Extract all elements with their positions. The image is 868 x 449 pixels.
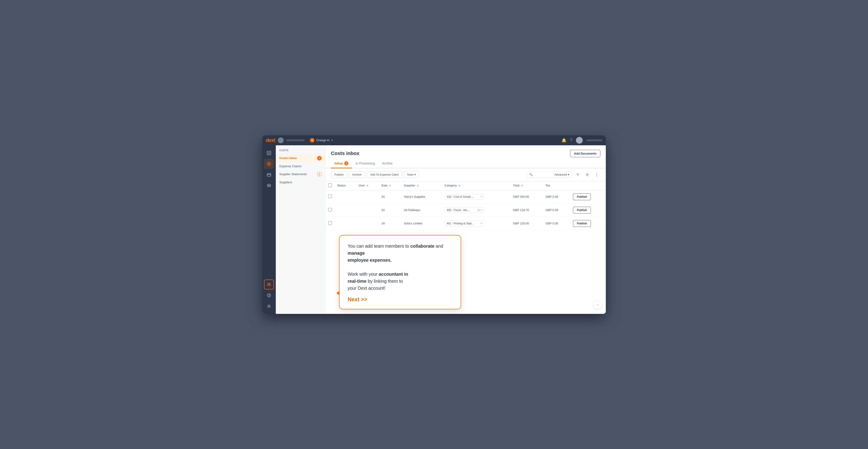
page-title: Costs inbox (331, 151, 360, 156)
sidebar-item-costs-inbox[interactable]: Costs inbox 3 (276, 154, 325, 162)
date-header[interactable]: Date ⇅ (379, 181, 401, 190)
row-3-user (356, 217, 379, 230)
status-header: Status (335, 181, 356, 190)
row-1-checkbox[interactable] (328, 195, 332, 198)
sidebar-section-title: COSTS (276, 149, 325, 154)
row-2-status (335, 203, 356, 217)
row-3-category[interactable]: 461 - Printing & Stati... ▾ (442, 217, 510, 230)
tooltip-content: You can add team members to collaborate … (348, 243, 453, 292)
tab-inbox[interactable]: Inbox 3 (331, 159, 352, 168)
row-1-category[interactable]: 310 - Cost of Goods ... ▾ (442, 190, 510, 203)
row-2-user (356, 203, 379, 217)
category-header[interactable]: Category ⇅ (442, 181, 510, 190)
search-input[interactable] (534, 173, 550, 176)
advanced-button[interactable]: Advanced ▾ (554, 173, 569, 176)
row-3-checkbox[interactable] (328, 221, 332, 225)
org-dropdown-icon: ▾ (331, 139, 333, 142)
table-row: 24 Harry's Supplies 310 - Cost of Goods … (326, 190, 606, 203)
toolbar: Publish Archive Add To Expense Claim Too… (326, 168, 606, 181)
tab-in-processing[interactable]: In Processing (352, 159, 378, 168)
row-3-category-select[interactable]: 461 - Printing & Stati... ▾ (445, 221, 484, 226)
sidebar-item-expense-claims[interactable]: Expense Claims (276, 162, 325, 170)
sidebar-item-suppliers[interactable]: Suppliers (276, 179, 325, 186)
iconbar-bank[interactable] (264, 181, 274, 191)
iconbar-costs[interactable] (264, 159, 274, 169)
search-box[interactable]: 🔍 Advanced ▾ (527, 171, 572, 178)
row-2-publish-button[interactable]: Publish (573, 207, 591, 214)
tax-header: Tax (543, 181, 570, 190)
category-icon: ⊞ (477, 209, 480, 212)
svg-point-14 (268, 306, 270, 307)
table-row: 24 Uk Railways 493 - Travel - Na... ⊞ ▾ … (326, 203, 606, 217)
notifications-icon[interactable]: 🔔 (561, 138, 566, 143)
iconbar-settings[interactable] (264, 301, 274, 311)
svg-point-19 (596, 173, 597, 173)
search-icon: 🔍 (529, 173, 533, 176)
total-header[interactable]: Total ⇅ (510, 181, 543, 190)
row-2-checkbox[interactable] (328, 208, 332, 212)
row-2-date: 24 (379, 203, 401, 217)
svg-rect-8 (269, 185, 269, 187)
user-profile-avatar[interactable] (576, 137, 583, 144)
row-1-tax: GBP 0.00 (543, 190, 570, 203)
tools-button[interactable]: Tools ▾ (404, 171, 419, 178)
row-2-supplier: Uk Railways (401, 203, 442, 217)
org-badge: 0 (310, 138, 314, 142)
filter-button[interactable] (574, 171, 581, 178)
svg-rect-9 (270, 185, 270, 187)
add-documents-button[interactable]: Add Documents (570, 150, 600, 157)
add-expense-claim-button[interactable]: Add To Expense Claim (367, 171, 402, 178)
svg-rect-4 (267, 173, 271, 176)
row-3-action[interactable]: Publish (570, 217, 606, 230)
iconbar-card[interactable] (264, 170, 274, 180)
iconbar-history[interactable] (264, 290, 274, 300)
more-options-button[interactable] (593, 171, 600, 178)
sidebar-expense-claims-label: Expense Claims (279, 164, 302, 168)
category-dropdown-icon: ▾ (481, 195, 482, 198)
tabs-bar: Inbox 3 In Processing Archive (326, 159, 606, 168)
org-selector[interactable]: 0 Orange AI ▾ (310, 138, 333, 142)
row-1-supplier: Harry's Supplies (401, 190, 442, 203)
main-layout: COSTS Costs inbox 3 Expense Claims Suppl… (262, 145, 606, 314)
iconbar-team[interactable] (264, 280, 274, 289)
row-2-category-select[interactable]: 493 - Travel - Na... ⊞ ▾ (445, 207, 484, 213)
toolbar-right: 🔍 Advanced ▾ (527, 171, 600, 178)
top-bar: dext 0 Orange AI ▾ 🔔 ? (262, 135, 606, 145)
row-1-action[interactable]: Publish (570, 190, 606, 203)
action-header (570, 181, 606, 190)
content-header: Costs inbox Add Documents (326, 145, 606, 157)
user-display-name (586, 139, 602, 141)
user-avatar (278, 137, 284, 143)
row-3-publish-button[interactable]: Publish (573, 220, 591, 227)
row-3-checkbox-cell[interactable] (326, 217, 335, 230)
tooltip-line-1: You can add team members to collaborate … (348, 244, 443, 256)
iconbar-add[interactable] (264, 148, 274, 158)
tools-chevron-icon: ▾ (414, 173, 416, 176)
tooltip-popup: You can add team members to collaborate … (339, 235, 461, 309)
tab-archive[interactable]: Archive (378, 159, 396, 168)
scroll-right-button[interactable]: → (593, 300, 602, 309)
help-icon[interactable]: ? (570, 138, 572, 142)
row-checkbox-cell[interactable] (326, 190, 335, 203)
select-all-checkbox[interactable] (328, 184, 332, 187)
sidebar: COSTS Costs inbox 3 Expense Claims Suppl… (276, 145, 326, 314)
publish-button[interactable]: Publish (331, 171, 347, 178)
icon-bar (262, 145, 276, 314)
tooltip-line-4: your Dext account! (348, 286, 385, 291)
row-1-category-select[interactable]: 310 - Cost of Goods ... ▾ (445, 194, 484, 200)
sidebar-item-supplier-statements[interactable]: Supplier Statements 1 (276, 170, 325, 179)
row-1-user (356, 190, 379, 203)
select-all-header[interactable] (326, 181, 335, 190)
row-2-action[interactable]: Publish (570, 203, 606, 217)
svg-rect-7 (268, 185, 268, 187)
supplier-header[interactable]: Supplier ⇅ (401, 181, 442, 190)
sidebar-supplier-statements-badge: 1 (317, 172, 322, 177)
table-container: Status User ⇅ Date ⇅ Supplier ⇅ (326, 181, 606, 314)
row-2-checkbox-cell[interactable] (326, 203, 335, 217)
row-2-category[interactable]: 493 - Travel - Na... ⊞ ▾ (442, 203, 510, 217)
archive-button[interactable]: Archive (349, 171, 365, 178)
user-header[interactable]: User ⇅ (356, 181, 379, 190)
column-settings-button[interactable] (584, 171, 591, 178)
tooltip-next-button[interactable]: Next >> (348, 296, 367, 302)
row-1-publish-button[interactable]: Publish (573, 193, 591, 200)
